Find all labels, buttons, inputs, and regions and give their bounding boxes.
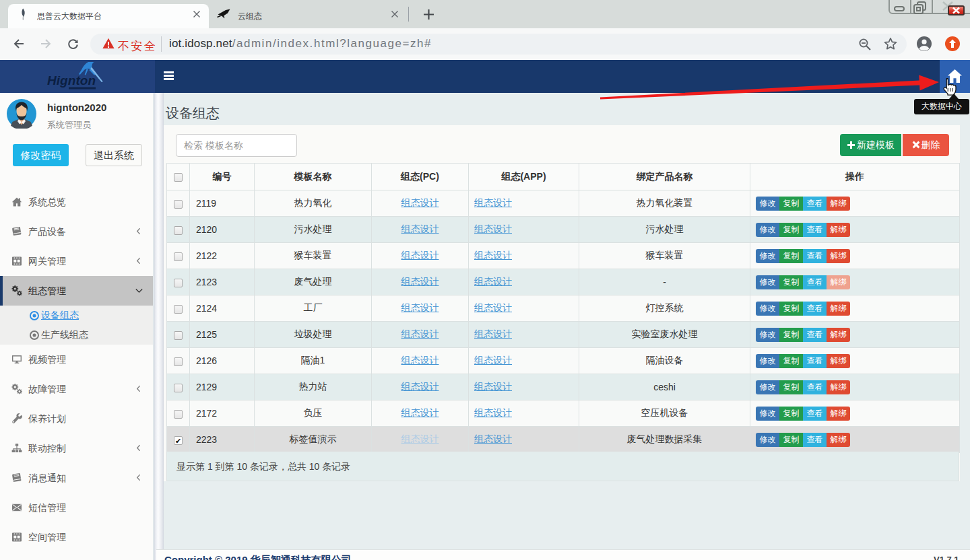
svg-text:Hignton: Hignton bbox=[47, 73, 96, 88]
